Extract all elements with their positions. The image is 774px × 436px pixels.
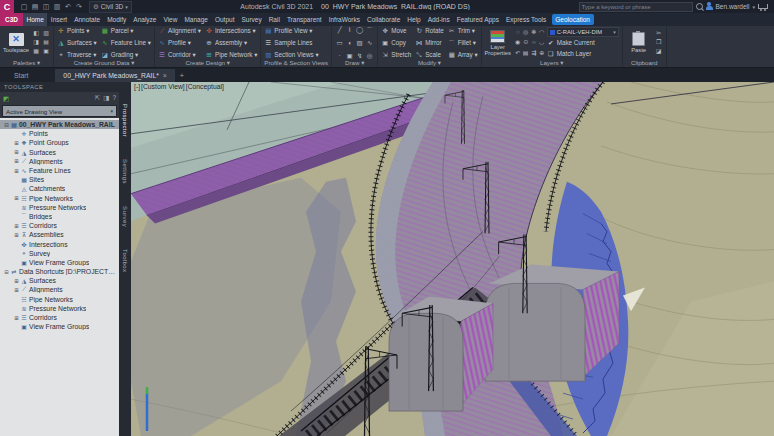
tree-item[interactable]: ⊞ ⟋ Alignments xyxy=(0,157,119,166)
panel-label-create-ground-data[interactable]: Create Ground Data ▾ xyxy=(57,58,151,67)
user-name[interactable]: Ben.wardell xyxy=(716,3,750,10)
circle-icon[interactable]: ◯ xyxy=(355,25,364,35)
ribbon-button[interactable]: ✛Points ▾ xyxy=(57,26,97,35)
ribbon-button[interactable]: ↻Rotate xyxy=(415,26,444,35)
tree-item[interactable]: ✜ Intersections xyxy=(0,239,119,248)
expander-icon[interactable]: ⊞ xyxy=(13,315,20,321)
rectangle-icon[interactable]: ▭ xyxy=(335,38,344,48)
tree-item[interactable]: ◬ Catchments xyxy=(0,184,119,193)
expander-icon[interactable]: ⊞ xyxy=(13,195,20,201)
expander-icon[interactable]: ⊞ xyxy=(13,140,20,146)
ribbon-button[interactable]: ◮Surfaces ▾ xyxy=(57,38,97,47)
ribbon-tab[interactable]: View xyxy=(160,13,181,26)
line-icon[interactable]: ╱ xyxy=(335,25,344,35)
ribbon-tab[interactable]: Add-ins xyxy=(424,13,453,26)
ellipse-icon[interactable]: ◖ xyxy=(345,38,354,48)
new-tab-button[interactable]: + xyxy=(176,69,188,82)
undo-icon[interactable]: ↶ xyxy=(63,0,73,13)
ribbon-tab[interactable]: Rail xyxy=(265,13,283,26)
ribbon-tab[interactable]: Modify xyxy=(104,13,130,26)
match-layer-button[interactable]: ❏Match Layer xyxy=(547,49,592,58)
expander-icon[interactable]: ⊞ xyxy=(13,168,20,174)
tree-item[interactable]: ⊞ ☰ Corridors xyxy=(0,313,119,322)
panorama-toggle-icon[interactable]: ◨ xyxy=(103,94,109,102)
tree-item[interactable]: ⊞ ◮ Surfaces xyxy=(0,276,119,285)
search-input[interactable] xyxy=(579,2,693,12)
toolspace-title[interactable]: TOOLSPACE xyxy=(0,82,131,92)
workspace-switcher[interactable]: Civil 3D xyxy=(89,1,132,13)
layer-unisolate-icon[interactable]: ⊙ xyxy=(522,38,530,47)
view-control[interactable]: [Custom View] xyxy=(141,83,185,90)
help-icon[interactable]: ? xyxy=(112,94,116,102)
visual-style-control[interactable]: [Conceptual] xyxy=(186,83,224,90)
tree-item[interactable]: ▣ View Frame Groups xyxy=(0,258,119,267)
ribbon-button[interactable]: ✜Intersections ▾ xyxy=(205,26,257,35)
layer-dropdown[interactable]: C-RAIL-VEH-DIM xyxy=(547,27,619,37)
layer-merge-icon[interactable]: ⊕ xyxy=(538,49,546,58)
expander-icon[interactable]: ⊞ xyxy=(13,223,20,229)
viewport-controls-menu[interactable]: [-] xyxy=(134,83,140,90)
ribbon-button[interactable]: ⌒Fillet ▾ xyxy=(448,38,478,47)
event-viewer-icon[interactable]: ▦ xyxy=(32,47,40,56)
tree-item[interactable]: ⊞ ☰ Corridors xyxy=(0,221,119,230)
panel-label-modify[interactable]: Modify ▾ xyxy=(381,58,477,67)
ribbon-button[interactable]: ∿Feature Line ▾ xyxy=(101,38,151,47)
ribbon-tab[interactable]: Analyze xyxy=(130,13,160,26)
open-icon[interactable]: ▤ xyxy=(30,0,40,13)
ribbon-button[interactable]: ▦Parcel ▾ xyxy=(101,26,151,35)
ribbon-tab[interactable]: Annotate xyxy=(71,13,104,26)
tree-item[interactable]: ▦ Sites xyxy=(0,175,119,184)
layer-states-icon[interactable]: ▤ xyxy=(522,49,530,58)
layer-thaw-icon[interactable]: ☼ xyxy=(530,38,538,47)
spline-icon[interactable]: ∿ xyxy=(365,38,374,48)
expander-icon[interactable]: ⊟ xyxy=(3,269,10,275)
panel-label-create-design[interactable]: Create Design ▾ xyxy=(158,58,257,67)
tree-item[interactable]: ☵ Pipe Networks xyxy=(0,295,119,304)
ribbon-button[interactable]: ☰Sample Lines xyxy=(264,38,328,47)
ribbon-tab[interactable]: Output xyxy=(211,13,238,26)
tree-item[interactable]: ⌒ Bridges xyxy=(0,212,119,221)
save-icon[interactable]: ◫ xyxy=(41,0,51,13)
drawing-viewport[interactable]: [-] [Custom View] [Conceptual] xyxy=(131,82,774,436)
ribbon-button[interactable]: ⊕Assembly ▾ xyxy=(205,38,257,47)
make-current-button[interactable]: ✔Make Current xyxy=(547,38,595,47)
paste-button[interactable]: Paste xyxy=(626,27,652,58)
ribbon-button[interactable]: ▤Profile View ▾ xyxy=(264,26,328,35)
toolspace-tab[interactable]: Survey xyxy=(122,206,128,227)
toolspace-tab[interactable]: Prospector xyxy=(122,104,128,137)
tree-item[interactable]: ⊞ ◮ Surfaces xyxy=(0,148,119,157)
chevron-down-icon[interactable] xyxy=(752,2,755,11)
active-drawing-icon[interactable]: ◩ xyxy=(3,95,9,102)
layer-properties-button[interactable]: Layer Properties xyxy=(485,27,511,58)
panel-label-palettes[interactable]: Palettes ▾ xyxy=(3,58,50,67)
layer-off-icon[interactable]: ◌ xyxy=(514,28,522,37)
ribbon-button[interactable]: ∿Profile ▾ xyxy=(158,38,201,47)
tree-item[interactable]: ⊞ ⊼ Assemblies xyxy=(0,230,119,239)
panorama-icon[interactable]: ▤ xyxy=(42,38,50,47)
tree-item[interactable]: ⊟ ⇄ Data Shortcuts [D:\PROJECTS\ROAD... xyxy=(0,267,119,276)
tool-palettes-icon[interactable]: ▥ xyxy=(42,29,50,38)
ribbon-button[interactable]: ⋈Mirror xyxy=(415,38,444,47)
toolspace-tab[interactable]: Settings xyxy=(122,159,128,184)
layer-previous-icon[interactable]: ↶ xyxy=(514,49,522,58)
close-icon[interactable]: × xyxy=(163,69,167,82)
ribbon-tab[interactable]: Survey xyxy=(238,13,265,26)
ribbon-button[interactable]: ✂Trim ▾ xyxy=(448,26,478,35)
redo-icon[interactable]: ↷ xyxy=(74,0,84,13)
ribbon-button[interactable]: ▣Copy xyxy=(381,38,411,47)
ribbon-tab[interactable]: Express Tools xyxy=(502,13,549,26)
tree-item[interactable]: ▣ View Frame Groups xyxy=(0,322,119,331)
tree-item[interactable]: ≋ Pressure Networks xyxy=(0,304,119,313)
tree-item[interactable]: ⌖ Survey xyxy=(0,249,119,258)
panel-label-draw[interactable]: Draw ▾ xyxy=(335,58,374,67)
search-icon[interactable] xyxy=(696,3,703,10)
layer-isolate-icon[interactable]: ◎ xyxy=(522,28,530,37)
toolspace-tab[interactable]: Toolbox xyxy=(122,249,128,272)
tree-item[interactable]: ≋ Pressure Networks xyxy=(0,203,119,212)
file-tab-document[interactable]: 00_HWY Park Meadows_RAIL* × xyxy=(55,69,175,82)
survey-data-icon[interactable]: ◨ xyxy=(32,38,40,47)
tree-item[interactable]: ✛ Points xyxy=(0,129,119,138)
cut-icon[interactable]: ✂ xyxy=(655,29,663,38)
ribbon-tab[interactable]: Geolocation xyxy=(552,14,594,25)
ribbon-tab[interactable]: Help xyxy=(404,13,424,26)
